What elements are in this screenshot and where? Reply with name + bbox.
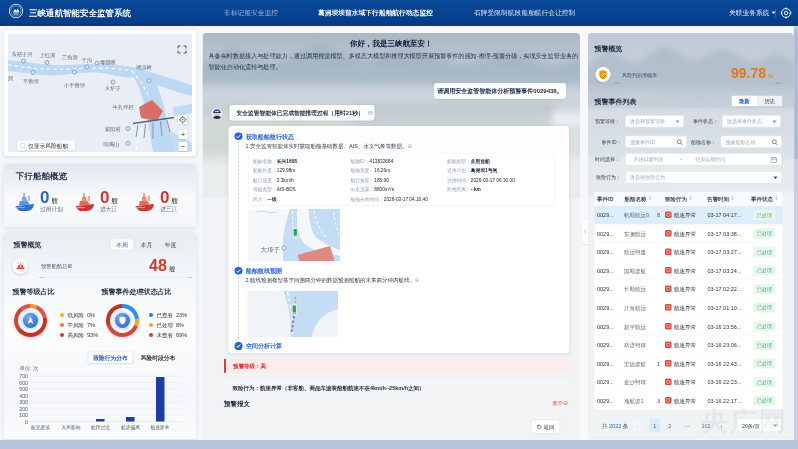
- svg-text:600: 600: [19, 380, 28, 386]
- svg-text:三角洞: 三角洞: [62, 54, 78, 60]
- svg-text:吆喝山: 吆喝山: [104, 141, 120, 147]
- svg-text:200: 200: [19, 406, 28, 412]
- svg-text:干沟: 干沟: [82, 57, 93, 64]
- svg-text:上红溪: 上红溪: [40, 52, 57, 58]
- svg-text:洞: 洞: [8, 75, 13, 81]
- svg-text:700: 700: [19, 373, 28, 379]
- svg-text:母猪峡: 母猪峡: [100, 59, 117, 66]
- svg-text:大埠子: 大埠子: [261, 246, 281, 254]
- svg-text:牛扎坪村: 牛扎坪村: [113, 104, 135, 111]
- svg-text:小平善坝: 小平善坝: [64, 82, 86, 89]
- svg-text:紫阳村: 紫阳村: [105, 126, 122, 133]
- svg-text:能见度低: 能见度低: [31, 424, 50, 431]
- svg-text:400: 400: [19, 393, 28, 399]
- svg-text:火炉子: 火炉子: [105, 85, 121, 92]
- svg-text:300: 300: [19, 399, 28, 405]
- svg-text:航距过近: 航距过近: [91, 424, 110, 431]
- svg-text:大风影响: 大风影响: [62, 424, 81, 430]
- svg-text:航速异常: 航速异常: [151, 424, 170, 431]
- svg-text:500: 500: [19, 386, 28, 392]
- svg-text:航迹偏离: 航迹偏离: [121, 424, 140, 431]
- svg-text:滩凉树: 滩凉树: [136, 64, 153, 70]
- svg-text:0: 0: [25, 419, 28, 425]
- svg-text:平善坝: 平善坝: [23, 78, 40, 85]
- svg-text:东褚子河: 东褚子河: [12, 51, 34, 58]
- svg-text:100: 100: [19, 412, 28, 418]
